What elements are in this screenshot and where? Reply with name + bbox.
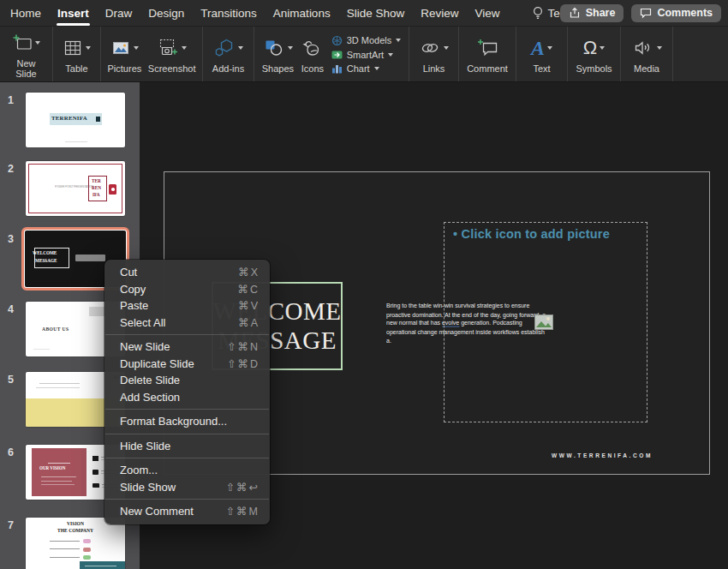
menu-item-shortcut: ⇧⌘D (227, 357, 260, 370)
context-menu-item-paste[interactable]: Paste⌘V (104, 297, 270, 314)
icons-button[interactable]: Icons (301, 34, 324, 74)
menu-item-label: Format Background... (120, 415, 227, 428)
pictures-label: Pictures (108, 63, 142, 74)
media-button[interactable]: Media (632, 34, 662, 74)
icons-duck-icon (301, 38, 324, 58)
menu-item-shortcut: ⌘V (238, 299, 260, 312)
context-menu-item-hide-slide[interactable]: Hide Slide (104, 438, 270, 455)
brand-line: TER (92, 178, 101, 183)
new-slide-button[interactable]: NewSlide (12, 29, 40, 80)
slide-thumbnail-7[interactable]: VISION THE COMPANY (26, 518, 125, 569)
comments-icon (640, 8, 652, 19)
screenshot-icon (157, 38, 179, 58)
footer-line (65, 141, 87, 142)
context-menu: Cut⌘X Copy⌘C Paste⌘V Select All⌘A New Sl… (104, 260, 270, 524)
context-menu-item-cut[interactable]: Cut⌘X (104, 264, 270, 281)
vision-panel: OUR VISION (32, 448, 87, 495)
text-button[interactable]: A Text (531, 34, 552, 74)
links-icon (419, 39, 441, 57)
slide-thumbnail-2[interactable]: POWER POINT PRESENTATION TER REN IFA (26, 161, 125, 216)
thumb3-title1: WELCOME (33, 250, 57, 255)
context-menu-item-duplicate-slide[interactable]: Duplicate Slide⇧⌘D (104, 356, 270, 373)
menubar-tab-animations[interactable]: Animations (273, 7, 331, 20)
menu-item-label: Slide Show (120, 481, 176, 494)
context-menu-item-slide-show[interactable]: Slide Show⇧⌘↩ (104, 479, 270, 496)
addins-button[interactable]: Add-ins (212, 34, 244, 74)
menu-item-label: Delete Slide (120, 374, 180, 386)
menu-separator (105, 409, 269, 410)
table-button[interactable]: Table (63, 34, 91, 74)
context-menu-item-new-comment[interactable]: New Comment⇧⌘M (104, 503, 270, 520)
menubar-tab-insert[interactable]: Insert (57, 7, 89, 20)
slide-number: 1 (8, 94, 14, 106)
slide-number: 3 (8, 233, 14, 245)
context-menu-item-format-background[interactable]: Format Background... (104, 413, 270, 430)
slide-footer-url[interactable]: WWW.TERRENIFA.COM (504, 452, 701, 458)
slide-number: 2 (8, 163, 14, 175)
comment-button[interactable]: Comment (467, 34, 508, 74)
context-menu-item-zoom[interactable]: Zoom... (104, 462, 270, 479)
picture-placeholder[interactable]: • Click icon to add picture (444, 222, 647, 422)
lightbulb-icon (533, 6, 543, 21)
menubar-tab-home[interactable]: Home (10, 7, 41, 20)
table-label: Table (65, 63, 87, 74)
person-badge-icon (109, 184, 116, 195)
text-line (39, 383, 79, 385)
links-button[interactable]: Links (419, 34, 449, 74)
smartart-button[interactable]: SmartArt (331, 50, 402, 60)
ribbon-group-images: Pictures Screenshot (101, 27, 203, 81)
chevron-down-icon (444, 46, 449, 50)
context-menu-item-delete-slide[interactable]: Delete Slide (104, 372, 270, 389)
3d-models-label: 3D Models (347, 35, 392, 45)
screenshot-label: Screenshot (148, 63, 196, 74)
pictures-button[interactable]: Pictures (108, 34, 142, 74)
slide-thumbnail-1[interactable]: TERRENIFA (26, 93, 125, 147)
ribbon-group-media: Media (621, 27, 673, 81)
context-menu-item-select-all[interactable]: Select All⌘A (104, 314, 270, 332)
chevron-down-icon (388, 53, 393, 57)
menu-item-shortcut: ⌘C (237, 283, 260, 296)
chevron-down-icon (396, 39, 401, 42)
context-menu-item-add-section[interactable]: Add Section (104, 389, 270, 406)
symbols-button[interactable]: Ω Symbols (576, 34, 612, 74)
comment-icon (476, 38, 499, 58)
chart-button[interactable]: Chart (331, 63, 402, 74)
ribbon-group-illustrations: Shapes Icons 3D Models SmartArt (254, 27, 409, 81)
ribbon-group-comment: Comment (459, 27, 516, 81)
menubar-tab-review[interactable]: Review (421, 7, 458, 20)
menubar-tab-slide-show[interactable]: Slide Show (347, 7, 405, 20)
omega-icon: Ω (583, 39, 597, 57)
3d-models-button[interactable]: 3D Models (331, 35, 402, 46)
menu-item-label: Add Section (120, 391, 180, 404)
ribbon-group-table: Table (53, 27, 101, 81)
context-menu-item-copy[interactable]: Copy⌘C (104, 281, 270, 298)
addins-label: Add-ins (212, 63, 244, 74)
context-menu-item-new-slide[interactable]: New Slide⇧⌘N (104, 338, 270, 356)
menu-item-label: Select All (120, 316, 165, 329)
brand-line: IFA (92, 192, 100, 197)
thumb1-title: TERRENIFA (51, 115, 87, 122)
smartart-icon (331, 50, 343, 60)
brand-box: TER REN IFA (88, 176, 107, 201)
media-label: Media (634, 63, 659, 74)
share-button[interactable]: Share (560, 4, 624, 22)
menubar-tab-design[interactable]: Design (148, 7, 184, 20)
menubar-tab-view[interactable]: View (474, 7, 499, 20)
menu-item-shortcut: ⇧⌘M (226, 505, 260, 518)
menu-item-shortcut: ⌘X (238, 266, 260, 279)
welcome-box: WELCOME MESSAGE (34, 248, 69, 268)
screenshot-button[interactable]: Screenshot (148, 34, 196, 74)
placeholder-label: Click icon to add picture (462, 227, 610, 241)
shapes-button[interactable]: Shapes (262, 34, 294, 74)
ribbon-group-addins: Add-ins (203, 27, 254, 81)
text-line (50, 548, 80, 549)
footer-line (33, 349, 50, 350)
chevron-down-icon (657, 46, 662, 50)
teal-panel (80, 561, 125, 569)
new-slide-icon (12, 33, 33, 52)
chevron-down-icon (86, 46, 91, 50)
menubar-tab-transitions[interactable]: Transitions (200, 7, 257, 20)
comments-button[interactable]: Comments (631, 4, 721, 22)
shapes-icon (263, 38, 285, 58)
menubar-tab-draw[interactable]: Draw (105, 7, 133, 20)
